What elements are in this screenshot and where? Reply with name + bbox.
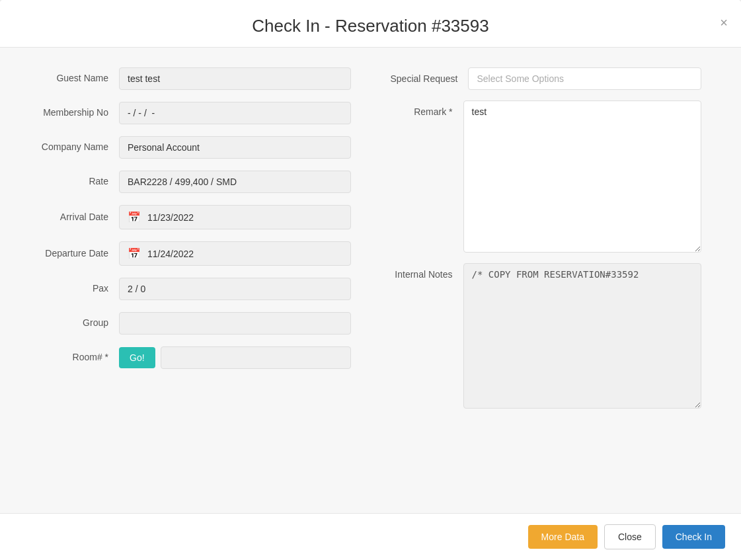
pax-label: Pax <box>40 282 119 296</box>
guest-name-input[interactable] <box>119 67 351 90</box>
room-label: Room# * <box>40 351 119 364</box>
departure-date-label: Departure Date <box>40 247 119 260</box>
arrival-date-label: Arrival Date <box>40 211 119 224</box>
more-data-button[interactable]: More Data <box>528 525 598 549</box>
modal-title: Check In - Reservation #33593 <box>252 16 488 36</box>
membership-no-label: Membership No <box>40 106 119 120</box>
remark-label: Remark * <box>391 100 463 119</box>
guest-name-label: Guest Name <box>40 72 119 85</box>
modal-container: Check In - Reservation #33593 × Guest Na… <box>0 0 741 560</box>
special-request-row: Special Request Select Some Options <box>391 67 702 90</box>
group-input[interactable] <box>119 312 351 335</box>
remark-row: Remark * <box>391 100 702 253</box>
internal-notes-row: Internal Notes <box>391 263 702 409</box>
calendar-icon-departure: 📅 <box>128 247 141 260</box>
modal-body: Guest Name Membership No Company Name Ra… <box>0 48 741 513</box>
right-column: Special Request Select Some Options Rema… <box>391 67 702 493</box>
departure-date-value: 11/24/2022 <box>147 249 194 259</box>
membership-no-row: Membership No <box>40 102 351 124</box>
arrival-date-wrapper[interactable]: 📅 11/23/2022 <box>119 205 351 229</box>
remark-textarea[interactable] <box>463 100 702 253</box>
rate-input[interactable] <box>119 171 351 193</box>
modal-header: Check In - Reservation #33593 × <box>0 0 741 48</box>
pax-row: Pax <box>40 278 351 300</box>
special-request-label: Special Request <box>391 67 469 86</box>
room-row: Room# * Go! <box>40 346 351 369</box>
group-label: Group <box>40 317 119 330</box>
room-number-input[interactable] <box>161 346 351 369</box>
calendar-icon-arrival: 📅 <box>128 211 141 223</box>
guest-name-row: Guest Name <box>40 67 351 90</box>
close-button[interactable]: Close <box>604 524 656 549</box>
departure-date-row: Departure Date 📅 11/24/2022 <box>40 241 351 266</box>
membership-no-input[interactable] <box>119 102 351 124</box>
go-button[interactable]: Go! <box>119 347 155 368</box>
company-name-input[interactable] <box>119 136 351 159</box>
modal-footer: More Data Close Check In <box>0 513 741 560</box>
arrival-date-value: 11/23/2022 <box>147 212 194 223</box>
arrival-date-row: Arrival Date 📅 11/23/2022 <box>40 205 351 229</box>
internal-notes-textarea[interactable] <box>463 263 702 409</box>
group-row: Group <box>40 312 351 335</box>
internal-notes-label: Internal Notes <box>391 263 463 282</box>
departure-date-wrapper[interactable]: 📅 11/24/2022 <box>119 241 351 266</box>
company-name-row: Company Name <box>40 136 351 159</box>
company-name-label: Company Name <box>40 141 119 154</box>
checkin-button[interactable]: Check In <box>662 525 725 549</box>
special-request-select[interactable]: Select Some Options <box>468 67 701 90</box>
rate-label: Rate <box>40 175 119 188</box>
rate-row: Rate <box>40 171 351 193</box>
close-icon[interactable]: × <box>720 16 728 29</box>
pax-input[interactable] <box>119 278 351 300</box>
left-column: Guest Name Membership No Company Name Ra… <box>40 67 351 493</box>
room-controls: Go! <box>119 346 351 369</box>
